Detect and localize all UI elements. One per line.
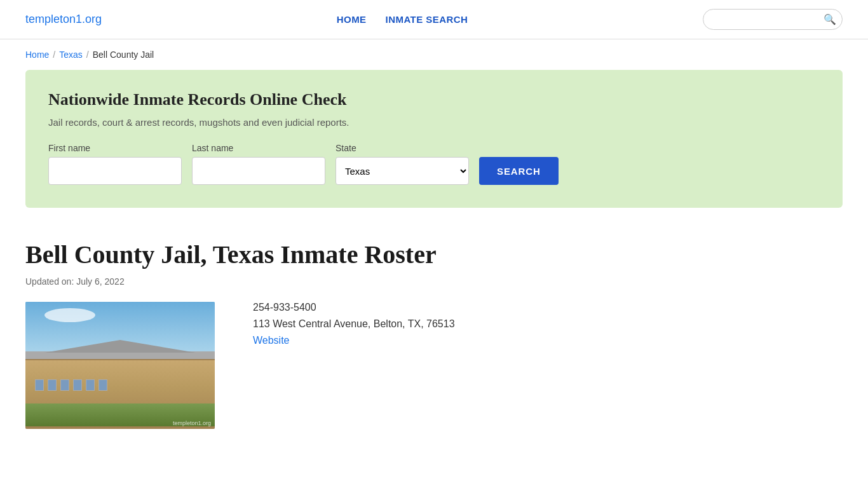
- search-button[interactable]: SEARCH: [479, 157, 559, 185]
- first-name-label: First name: [48, 143, 182, 153]
- breadcrumb-sep-2: /: [86, 50, 89, 60]
- breadcrumb-current: Bell County Jail: [93, 50, 154, 60]
- image-clouds: [44, 308, 95, 322]
- search-panel-subtitle: Jail records, court & arrest records, mu…: [48, 117, 820, 128]
- nav-home[interactable]: HOME: [337, 14, 367, 25]
- state-select[interactable]: Texas Alabama Alaska Arizona California …: [336, 157, 469, 185]
- search-icon: 🔍: [824, 13, 836, 25]
- last-name-input[interactable]: [192, 157, 325, 185]
- image-watermark: templeton1.org: [173, 420, 211, 426]
- search-panel-title: Nationwide Inmate Records Online Check: [48, 90, 820, 109]
- breadcrumb: Home / Texas / Bell County Jail: [0, 39, 868, 70]
- breadcrumb-state[interactable]: Texas: [59, 50, 83, 60]
- last-name-group: Last name: [192, 143, 325, 185]
- contact-website[interactable]: Website: [253, 335, 455, 346]
- contact-address: 113 West Central Avenue, Belton, TX, 765…: [253, 318, 455, 330]
- header-search-box: 🔍: [703, 9, 843, 30]
- breadcrumb-sep-1: /: [53, 50, 55, 60]
- nav-inmate-search[interactable]: INMATE SEARCH: [386, 14, 468, 25]
- last-name-label: Last name: [192, 143, 325, 153]
- updated-date: Updated on: July 6, 2022: [25, 276, 843, 287]
- contact-info: 254-933-5400 113 West Central Avenue, Be…: [253, 302, 455, 346]
- first-name-group: First name: [48, 143, 182, 185]
- header-search-input[interactable]: [712, 15, 824, 25]
- search-form: First name Last name State Texas Alabama…: [48, 143, 820, 185]
- info-section: templeton1.org 254-933-5400 113 West Cen…: [25, 302, 843, 429]
- state-label: State: [336, 143, 469, 153]
- state-group: State Texas Alabama Alaska Arizona Calif…: [336, 143, 469, 185]
- contact-phone: 254-933-5400: [253, 302, 455, 313]
- site-logo[interactable]: templeton1.org: [25, 13, 102, 26]
- main-nav: HOME INMATE SEARCH: [337, 14, 468, 25]
- page-title: Bell County Jail, Texas Inmate Roster: [25, 240, 843, 270]
- inmate-search-panel: Nationwide Inmate Records Online Check J…: [25, 70, 843, 208]
- first-name-input[interactable]: [48, 157, 182, 185]
- main-content: Bell County Jail, Texas Inmate Roster Up…: [0, 227, 868, 442]
- site-header: templeton1.org HOME INMATE SEARCH 🔍: [0, 0, 868, 39]
- breadcrumb-home[interactable]: Home: [25, 50, 49, 60]
- jail-building-image: templeton1.org: [25, 302, 215, 429]
